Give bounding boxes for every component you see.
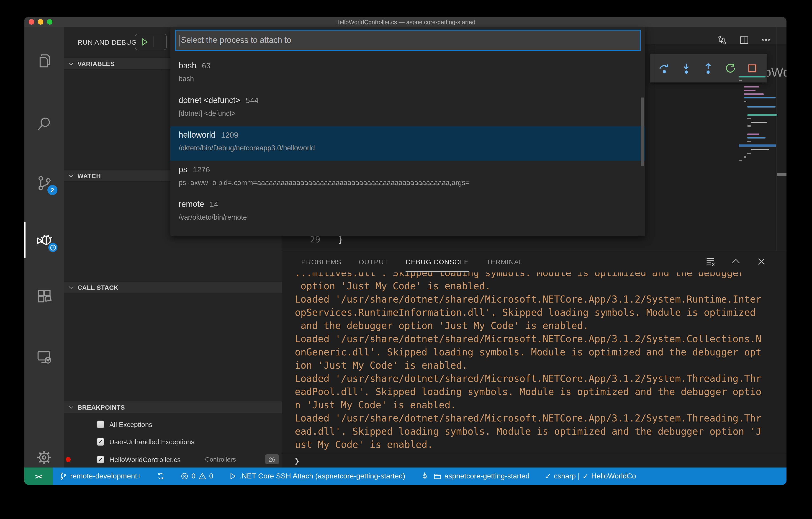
folder-icon xyxy=(434,472,442,480)
process-name: ps xyxy=(179,165,187,174)
check-icon: ✓ xyxy=(545,472,551,481)
minimap-border xyxy=(776,27,777,251)
settings-gear-button[interactable] xyxy=(24,439,64,476)
editor-visible-line[interactable]: 29 } xyxy=(282,234,786,248)
status-bar: >< remote-development+ 0 0 xyxy=(24,467,786,485)
language-label: csharp | xyxy=(554,472,580,480)
sidebar-item-remote-explorer[interactable] xyxy=(24,339,64,375)
process-item-remote[interactable]: remote14 /var/okteto/bin/remote xyxy=(170,196,645,230)
problems-status-item[interactable]: 0 0 xyxy=(180,472,213,480)
gear-icon xyxy=(36,449,52,466)
breakpoint-label: HelloWorldController.cs xyxy=(109,456,181,463)
checkbox-unchecked[interactable] xyxy=(96,420,104,428)
tab-output[interactable]: OUTPUT xyxy=(358,251,388,272)
process-list: bash63 bash dotnet <defunct>544 [dotnet]… xyxy=(170,57,645,230)
checkbox-checked[interactable]: ✓ xyxy=(96,456,104,463)
project-label: HelloWorldCo xyxy=(591,472,636,480)
minimap-current-line xyxy=(739,144,776,147)
debug-console-input[interactable]: ❯ xyxy=(282,453,786,467)
console-line: ust My Code' is enabled. xyxy=(295,438,786,451)
debug-session-label: .NET Core SSH Attach (aspnetcore-getting… xyxy=(240,472,405,480)
sidebar-title: RUN AND DEBUG xyxy=(78,38,137,46)
sidebar-item-run-and-debug[interactable] xyxy=(24,222,64,258)
minimap[interactable] xyxy=(739,76,776,204)
breakpoint-dot xyxy=(66,457,70,462)
process-item-helloworld[interactable]: helloworld1209 /okteto/bin/Debug/netcore… xyxy=(170,126,645,161)
debug-pending-clock-badge xyxy=(48,242,58,253)
section-label: BREAKPOINTS xyxy=(78,403,125,411)
chevron-down-icon xyxy=(68,61,74,66)
split-editor-icon[interactable] xyxy=(739,35,749,45)
remote-explorer-icon xyxy=(36,349,52,366)
close-panel-icon[interactable] xyxy=(756,257,766,266)
quickpick-scrollbar[interactable] xyxy=(641,97,644,166)
debug-session-status-item[interactable]: .NET Core SSH Attach (aspnetcore-getting… xyxy=(229,472,405,480)
sync-status-item[interactable] xyxy=(157,472,165,480)
process-pid: 544 xyxy=(245,96,259,105)
editor-title-actions xyxy=(717,35,771,45)
branch-name: remote-development+ xyxy=(70,472,141,480)
quickpick-input[interactable]: Select the process to attach to xyxy=(175,30,641,51)
error-count: 0 xyxy=(192,472,196,480)
explorer-icon xyxy=(36,53,52,69)
stop-button[interactable] xyxy=(746,62,758,74)
check-icon: ✓ xyxy=(582,472,588,481)
restart-button[interactable] xyxy=(724,62,736,74)
breakpoint-row-helloworldcontroller[interactable]: ✓ HelloWorldController.cs Controllers 26 xyxy=(64,452,282,467)
play-icon xyxy=(140,37,149,47)
process-item-bash[interactable]: bash63 bash xyxy=(170,57,645,92)
console-line: Loaded '/usr/share/dotnet/shared/Microso… xyxy=(295,412,786,425)
process-name: dotnet <defunct> xyxy=(179,96,240,105)
start-debugging-button[interactable] xyxy=(135,34,167,50)
more-actions-icon[interactable] xyxy=(761,35,771,45)
step-out-button[interactable] xyxy=(702,62,714,74)
scrollbar-thumb[interactable] xyxy=(777,173,786,176)
console-line: ...mitives.dll'. Skipped loading symbols… xyxy=(295,272,786,280)
language-status-item[interactable]: ✓ csharp | ✓ HelloWorldCo xyxy=(545,472,636,481)
process-item-ps[interactable]: ps1276 ps -axww -o pid=,comm=aaaaaaaaaaa… xyxy=(170,161,645,196)
tab-problems[interactable]: PROBLEMS xyxy=(301,251,341,272)
process-name: bash xyxy=(179,61,196,70)
process-pid: 1276 xyxy=(193,165,210,174)
checkbox-checked[interactable]: ✓ xyxy=(96,438,104,445)
branch-status-item[interactable]: remote-development+ xyxy=(59,472,141,480)
flame-icon xyxy=(421,472,429,480)
sidebar-item-extensions[interactable] xyxy=(24,278,64,314)
section-breakpoints[interactable]: BREAKPOINTS xyxy=(64,401,282,413)
breakpoint-row-user-unhandled[interactable]: ✓ User-Unhandled Exceptions xyxy=(64,434,282,449)
chevron-down-icon xyxy=(68,173,74,178)
section-label: VARIABLES xyxy=(78,60,115,67)
scm-badge: 2 xyxy=(48,185,57,195)
okteto-status-item[interactable] xyxy=(421,472,429,480)
active-indicator xyxy=(24,222,26,258)
sidebar-item-source-control[interactable]: 2 xyxy=(24,165,64,201)
section-call-stack[interactable]: CALL STACK xyxy=(64,281,282,293)
console-line: onGeneric.dll'. Skipped loading symbols.… xyxy=(295,346,786,359)
breakpoint-row-all-exceptions[interactable]: All Exceptions xyxy=(64,417,282,432)
sidebar-item-search[interactable] xyxy=(24,106,64,142)
debug-console-output[interactable]: ...mitives.dll'. Skipped loading symbols… xyxy=(282,272,786,451)
maximize-panel-icon[interactable] xyxy=(731,257,741,266)
console-line: Loaded '/usr/share/dotnet/shared/Microso… xyxy=(295,333,786,346)
process-description: ps -axww -o pid=,comm=aaaaaaaaaaaaaaaaaa… xyxy=(179,179,634,187)
errors-icon xyxy=(180,472,188,480)
process-item-dotnet[interactable]: dotnet <defunct>544 [dotnet] <defunct> xyxy=(170,92,645,126)
console-prompt-icon: ❯ xyxy=(294,456,299,466)
clear-console-icon[interactable] xyxy=(705,257,716,266)
warning-count: 0 xyxy=(209,472,213,480)
tab-terminal[interactable]: TERMINAL xyxy=(486,251,523,272)
step-into-button[interactable] xyxy=(680,62,692,74)
vscode-window: HelloWorldController.cs — aspnetcore-get… xyxy=(24,17,786,485)
tab-debug-console[interactable]: DEBUG CONSOLE xyxy=(406,251,469,272)
step-over-button[interactable] xyxy=(659,62,670,74)
console-line: opServices.RuntimeInformation.dll'. Skip… xyxy=(295,306,786,319)
attach-process-quickpick: Select the process to attach to bash63 b… xyxy=(170,27,645,236)
activity-bar: 2 xyxy=(24,27,64,467)
sidebar-item-explorer[interactable] xyxy=(24,43,64,79)
extensions-icon xyxy=(36,288,52,304)
folder-status-item[interactable]: aspnetcore-getting-started xyxy=(434,472,530,480)
open-changes-icon[interactable] xyxy=(717,35,727,45)
section-label: CALL STACK xyxy=(78,284,118,291)
process-pid: 1209 xyxy=(221,131,238,139)
process-description: /okteto/bin/Debug/netcoreapp3.0/hellowor… xyxy=(179,144,634,152)
